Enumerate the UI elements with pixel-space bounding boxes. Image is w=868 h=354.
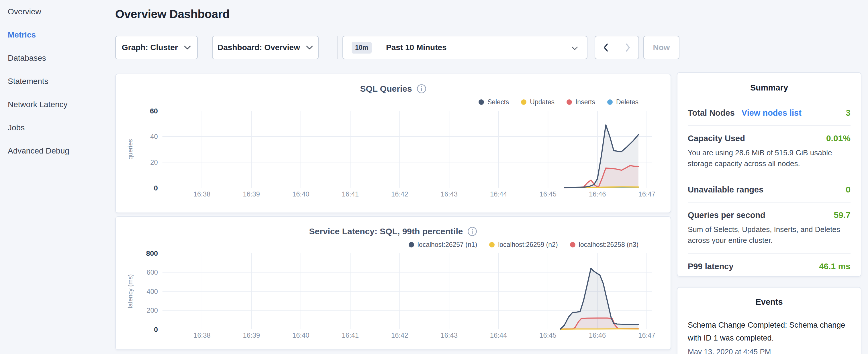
divider — [688, 125, 850, 126]
queries-per-second-label: Queries per second — [688, 211, 766, 220]
sidebar-item-network-latency[interactable]: Network Latency — [8, 93, 108, 116]
summary-row-queries-per-second: Queries per second 59.7 Sum of Selects, … — [688, 210, 850, 246]
svg-text:0: 0 — [154, 184, 158, 192]
svg-text:16:38: 16:38 — [193, 331, 211, 339]
svg-text:400: 400 — [147, 288, 158, 295]
svg-text:16:47: 16:47 — [638, 190, 655, 198]
p99-latency-label: P99 latency — [688, 262, 734, 271]
sidebar-item-advanced-debug[interactable]: Advanced Debug — [8, 139, 108, 162]
sidebar-item-statements[interactable]: Statements — [8, 70, 108, 93]
svg-text:16:47: 16:47 — [638, 331, 655, 339]
graph-scope-label: Graph: Cluster — [122, 43, 178, 52]
svg-text:0: 0 — [154, 326, 158, 333]
graph-scope-dropdown[interactable]: Graph: Cluster — [115, 36, 198, 59]
service-latency-chart-card: Service Latency: SQL, 99th percentile lo… — [115, 216, 671, 350]
chevron-down-icon — [571, 46, 578, 51]
events-title: Events — [688, 297, 850, 307]
svg-text:16:42: 16:42 — [391, 331, 408, 339]
svg-text:16:42: 16:42 — [391, 190, 408, 198]
unavailable-ranges-label: Unavailable ranges — [688, 185, 764, 194]
time-next-button[interactable] — [617, 36, 639, 59]
svg-text:16:44: 16:44 — [490, 331, 507, 339]
svg-text:16:46: 16:46 — [589, 190, 606, 198]
divider — [688, 202, 850, 202]
now-button[interactable]: Now — [643, 36, 679, 59]
svg-text:16:43: 16:43 — [440, 331, 458, 339]
sql-queries-chart-card: SQL Queries SelectsUpdatesInsertsDeletes… — [115, 74, 671, 213]
svg-text:16:41: 16:41 — [342, 331, 359, 339]
chevron-down-icon — [306, 45, 313, 50]
events-panel: Events Schema Change Completed: Schema c… — [677, 287, 861, 354]
capacity-used-label: Capacity Used — [688, 134, 745, 143]
sql-queries-plot[interactable]: 020406016:3816:3916:4016:4116:4216:4316:… — [116, 74, 671, 213]
queries-per-second-description: Sum of Selects, Updates, Inserts, and De… — [688, 224, 850, 246]
time-prev-button[interactable] — [595, 36, 617, 59]
sidebar: Overview Metrics Databases Statements Ne… — [8, 0, 108, 162]
queries-per-second-value: 59.7 — [834, 210, 850, 220]
svg-text:latency (ms): latency (ms) — [127, 274, 134, 308]
svg-text:16:39: 16:39 — [243, 331, 260, 339]
svg-text:20: 20 — [150, 158, 158, 166]
svg-text:16:44: 16:44 — [490, 190, 507, 198]
sidebar-item-overview[interactable]: Overview — [8, 0, 108, 23]
p99-latency-value: 46.1 ms — [819, 261, 850, 271]
svg-text:16:41: 16:41 — [342, 190, 359, 198]
svg-text:16:45: 16:45 — [539, 331, 557, 339]
view-nodes-link[interactable]: View nodes list — [742, 108, 802, 118]
chevron-right-icon — [625, 43, 631, 52]
svg-text:16:43: 16:43 — [440, 190, 458, 198]
time-step-buttons — [595, 36, 639, 59]
sidebar-item-databases[interactable]: Databases — [8, 46, 108, 70]
svg-text:queries: queries — [127, 139, 134, 160]
svg-text:600: 600 — [147, 268, 158, 276]
sidebar-item-jobs[interactable]: Jobs — [8, 116, 108, 139]
summary-row-capacity-used: Capacity Used 0.01% You are using 28.6 M… — [688, 133, 850, 169]
dashboard-controls: Graph: Cluster Dashboard: Overview 10m P… — [115, 36, 679, 59]
divider — [688, 177, 850, 177]
svg-text:800: 800 — [146, 250, 158, 257]
summary-row-p99-latency: P99 latency 46.1 ms — [688, 261, 850, 271]
capacity-used-value: 0.01% — [826, 133, 850, 143]
summary-row-unavailable-ranges: Unavailable ranges 0 — [688, 185, 850, 194]
capacity-used-description: You are using 28.6 MiB of 515.9 GiB usab… — [688, 147, 850, 169]
time-range-dropdown[interactable]: 10m Past 10 Minutes — [342, 36, 587, 59]
sidebar-item-metrics[interactable]: Metrics — [8, 23, 108, 46]
chevron-down-icon — [184, 45, 191, 50]
total-nodes-label: Total Nodes — [688, 108, 735, 118]
svg-text:16:40: 16:40 — [292, 331, 309, 339]
event-item-timestamp: May 13, 2020 at 4:45 PM — [688, 347, 850, 354]
page-title: Overview Dashboard — [115, 7, 229, 21]
controls-divider — [337, 36, 338, 59]
time-range-badge: 10m — [351, 42, 372, 54]
svg-text:16:46: 16:46 — [589, 331, 606, 339]
svg-text:60: 60 — [150, 107, 158, 115]
unavailable-ranges-value: 0 — [846, 185, 850, 194]
svg-text:40: 40 — [150, 133, 158, 140]
svg-text:16:38: 16:38 — [193, 190, 211, 198]
time-range-label: Past 10 Minutes — [386, 43, 447, 52]
chevron-left-icon — [603, 43, 609, 52]
total-nodes-value: 3 — [846, 108, 850, 118]
dashboard-label: Dashboard: Overview — [217, 43, 300, 52]
svg-text:16:39: 16:39 — [243, 190, 260, 198]
summary-title: Summary — [688, 83, 850, 93]
svg-text:16:45: 16:45 — [539, 190, 557, 198]
event-item-text: Schema Change Completed: Schema change w… — [688, 319, 850, 345]
summary-panel: Summary Total Nodes View nodes list 3 Ca… — [677, 72, 861, 277]
dashboard-dropdown[interactable]: Dashboard: Overview — [212, 36, 319, 59]
service-latency-plot[interactable]: 020040060080016:3816:3916:4016:4116:4216… — [116, 217, 671, 349]
svg-text:16:40: 16:40 — [292, 190, 309, 198]
summary-row-total-nodes: Total Nodes View nodes list 3 — [688, 108, 850, 118]
svg-text:200: 200 — [147, 307, 158, 314]
